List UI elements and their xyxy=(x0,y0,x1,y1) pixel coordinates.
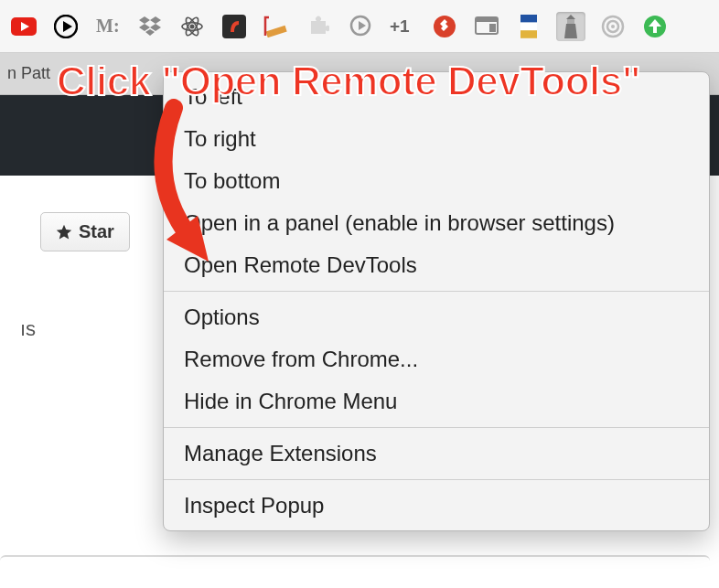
tab-title-fragment: n Patt xyxy=(7,64,50,83)
puzzle-icon[interactable] xyxy=(304,12,333,41)
svg-rect-24 xyxy=(520,22,537,30)
svg-rect-23 xyxy=(520,15,537,23)
svg-marker-6 xyxy=(150,16,161,24)
menu-inspect-popup[interactable]: Inspect Popup xyxy=(164,485,709,527)
menu-manage-extensions[interactable]: Manage Extensions xyxy=(164,433,709,475)
play-icon[interactable] xyxy=(51,12,80,41)
dropbox-icon[interactable] xyxy=(135,12,165,41)
svg-rect-21 xyxy=(476,17,498,22)
svg-text:+1: +1 xyxy=(390,16,410,36)
svg-marker-7 xyxy=(139,24,150,31)
plug-icon[interactable] xyxy=(430,12,459,41)
extension-toolbar: M: +1 xyxy=(0,0,719,53)
svg-marker-5 xyxy=(139,16,150,24)
menu-open-remote-devtools[interactable]: Open Remote DevTools xyxy=(164,244,709,286)
star-label: Star xyxy=(79,221,114,242)
menu-options[interactable]: Options xyxy=(164,296,709,338)
window-icon[interactable] xyxy=(472,12,501,41)
annotation-callout: Click "Open Remote DevTools" xyxy=(57,59,640,104)
target-icon[interactable] xyxy=(598,12,628,41)
star-icon xyxy=(56,224,72,241)
menu-open-panel[interactable]: Open in a panel (enable in browser setti… xyxy=(164,202,709,244)
lighthouse-icon[interactable] xyxy=(556,12,585,41)
upload-icon[interactable] xyxy=(640,12,670,41)
menu-separator xyxy=(164,479,709,480)
svg-marker-26 xyxy=(566,15,575,19)
react-icon[interactable] xyxy=(177,12,207,41)
menu-hide-chrome[interactable]: Hide in Chrome Menu xyxy=(164,380,709,422)
flash-icon[interactable] xyxy=(220,12,249,41)
svg-marker-17 xyxy=(359,21,366,30)
svg-point-31 xyxy=(611,25,615,28)
svg-rect-15 xyxy=(266,25,287,37)
speech-icon[interactable] xyxy=(346,12,375,41)
svg-marker-3 xyxy=(63,21,72,32)
menu-remove-chrome[interactable]: Remove from Chrome... xyxy=(164,338,709,380)
svg-rect-22 xyxy=(489,24,496,32)
svg-text:M:: M: xyxy=(96,16,120,36)
svg-rect-27 xyxy=(567,19,574,24)
menu-to-bottom[interactable]: To bottom xyxy=(164,160,709,202)
svg-point-10 xyxy=(190,24,195,28)
youtube-icon[interactable] xyxy=(9,12,38,41)
menu-separator xyxy=(164,427,709,428)
star-button[interactable]: Star xyxy=(40,212,130,251)
bottom-divider xyxy=(0,555,710,561)
menu-to-right[interactable]: To right xyxy=(164,118,709,160)
ruler-icon[interactable] xyxy=(262,12,291,41)
plusone-icon[interactable]: +1 xyxy=(388,12,417,41)
m-icon[interactable]: M: xyxy=(93,12,123,41)
svg-marker-9 xyxy=(145,29,155,36)
svg-marker-34 xyxy=(57,224,72,239)
svg-marker-28 xyxy=(564,24,577,38)
menu-separator xyxy=(164,291,709,292)
svg-marker-8 xyxy=(150,24,161,31)
svg-rect-25 xyxy=(520,30,537,38)
flag-icon[interactable] xyxy=(514,12,543,41)
extension-context-menu: To left To right To bottom Open in a pan… xyxy=(163,71,710,531)
